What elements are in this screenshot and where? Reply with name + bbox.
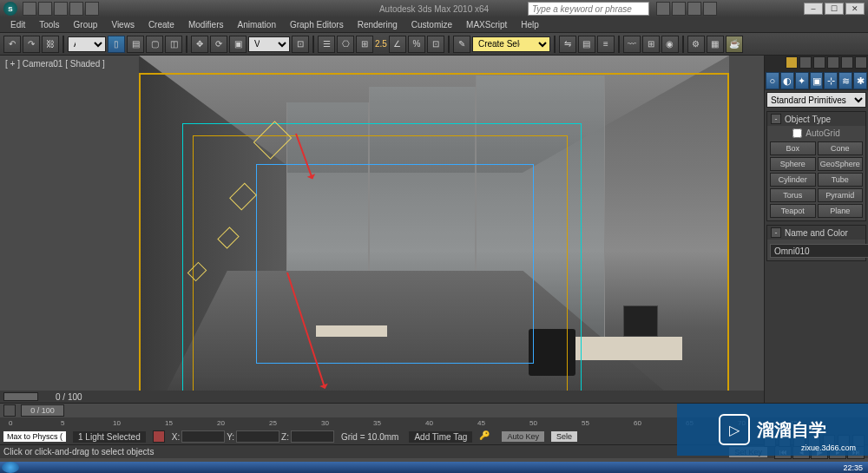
viewport-hscroll[interactable]: 0 / 100 [0,391,764,403]
edit-selset-icon[interactable]: ✎ [453,36,470,53]
undo-icon[interactable] [69,2,83,16]
select-name-icon[interactable]: ▤ [127,36,144,53]
menu-grapheditors[interactable]: Graph Editors [283,20,351,30]
menu-maxscript[interactable]: MAXScript [459,20,514,30]
tab-spacewarps[interactable]: ≋ [838,72,852,89]
menu-customize[interactable]: Customize [404,20,459,30]
start-button[interactable] [2,462,19,473]
select-region-icon[interactable]: ▢ [146,36,163,53]
hscroll-thumb[interactable] [3,392,38,401]
manipulate-icon[interactable]: ☰ [318,36,335,53]
add-time-tag[interactable]: Add Time Tag [409,431,472,443]
angle-snap-icon[interactable]: ∠ [389,36,406,53]
align-icon[interactable]: ▤ [578,36,595,53]
snap-icon[interactable]: ⊞ [356,36,373,53]
refcoord-dropdown[interactable]: View [248,36,290,52]
sun-icon[interactable] [786,56,798,69]
render-frame-icon[interactable]: ▦ [707,36,724,53]
render-setup-icon[interactable]: ⚙ [687,36,705,53]
util-icon[interactable] [855,56,867,69]
favorites-icon[interactable] [687,2,701,16]
rollout-header-objtype[interactable]: Object Type [767,112,865,126]
time-slider-handle[interactable]: 0 / 100 [21,404,64,417]
close-button[interactable]: ✕ [845,3,865,15]
autokey-button[interactable]: Auto Key [502,431,544,442]
link-icon[interactable]: ⛓ [42,36,59,53]
menu-help[interactable]: Help [514,20,546,30]
comm-center-icon[interactable] [672,2,686,16]
new-icon[interactable] [23,2,36,16]
render-icon[interactable]: ☕ [726,36,743,53]
pivot-icon[interactable]: ⊡ [292,36,309,53]
tab-cameras[interactable]: ▣ [810,72,824,89]
schematic-icon[interactable]: ⊞ [642,36,660,53]
menu-edit[interactable]: Edit [3,20,32,30]
scale-icon[interactable]: ▣ [229,36,247,53]
open-icon[interactable] [38,2,52,16]
redo-icon[interactable]: ↷ [23,36,40,53]
rollout-header-namecolor[interactable]: Name and Color [767,226,865,240]
tab-geometry[interactable]: ○ [766,72,779,89]
named-selection-dropdown[interactable]: Create Selection Se [472,36,550,52]
keyboard-shortcut-icon[interactable]: ⎔ [337,36,354,53]
window-crossing-icon[interactable]: ◫ [165,36,182,53]
wrench-icon[interactable] [813,56,825,69]
lock-selection-icon[interactable] [153,430,165,443]
menu-rendering[interactable]: Rendering [351,20,404,30]
btn-sphere[interactable]: Sphere [770,157,816,171]
object-name-input[interactable] [770,244,868,258]
help-icon[interactable] [703,2,717,16]
save-icon[interactable] [54,2,68,16]
select-object-icon[interactable]: ▯ [108,36,125,53]
viewport-camera01[interactable] [0,56,764,391]
tab-shapes[interactable]: ◐ [780,72,794,89]
btn-cone[interactable]: Cone [818,141,864,155]
curve-editor-icon[interactable]: 〰 [623,36,641,53]
maximize-button[interactable]: ☐ [825,3,844,15]
menu-modifiers[interactable]: Modifiers [181,20,231,30]
menu-animation[interactable]: Animation [230,20,282,30]
search-input[interactable] [528,2,649,16]
maxscript-listener[interactable]: Max to Physcs ( [3,431,66,442]
sele-dropdown[interactable]: Sele [551,431,577,442]
spinner-snap-icon[interactable]: ⊡ [427,36,444,53]
btn-geosphere[interactable]: GeoSphere [818,157,864,171]
menu-create[interactable]: Create [141,20,181,30]
tab-helpers[interactable]: ⊹ [824,72,838,89]
selection-filter[interactable]: All [68,36,106,52]
viewport-label[interactable]: [ + ] Camera01 [ Shaded ] [5,59,105,69]
btn-pyramid[interactable]: Pyramid [818,188,864,202]
menu-tools[interactable]: Tools [32,20,66,30]
minimize-button[interactable]: – [804,3,823,15]
btn-torus[interactable]: Torus [770,188,816,202]
redo-icon[interactable] [85,2,99,16]
scene-desk-2 [316,325,387,338]
btn-box[interactable]: Box [770,141,816,155]
undo-icon[interactable]: ↶ [3,36,21,53]
menu-views[interactable]: Views [104,20,141,30]
search-icon[interactable] [656,2,670,16]
btn-plane[interactable]: Plane [818,204,864,218]
coord-z-input[interactable] [291,430,334,443]
mirror-icon[interactable]: ⇋ [559,36,576,53]
btn-teapot[interactable]: Teapot [770,204,816,218]
display-icon[interactable] [841,56,853,69]
menu-group[interactable]: Group [67,20,105,30]
key-icon[interactable]: 🔑 [479,430,495,443]
trackbar-toggle-icon[interactable] [3,404,16,417]
btn-cylinder[interactable]: Cylinder [770,173,816,187]
tab-lights[interactable]: ✦ [795,72,809,89]
autogrid-checkbox[interactable] [792,128,802,138]
tab-systems[interactable]: ✱ [853,72,867,89]
layers-icon[interactable]: ≡ [597,36,615,53]
material-editor-icon[interactable]: ◉ [661,36,679,53]
move-icon[interactable]: ✥ [191,36,208,53]
rotate-icon[interactable]: ⟳ [210,36,227,53]
coord-y-input[interactable] [236,430,279,443]
coord-x-input[interactable] [181,430,225,443]
subcategory-select[interactable]: Standard Primitives [766,92,866,108]
person-icon[interactable] [799,56,812,69]
render-mini-icon[interactable] [827,56,839,69]
btn-tube[interactable]: Tube [818,173,864,187]
percent-snap-icon[interactable]: % [408,36,425,53]
